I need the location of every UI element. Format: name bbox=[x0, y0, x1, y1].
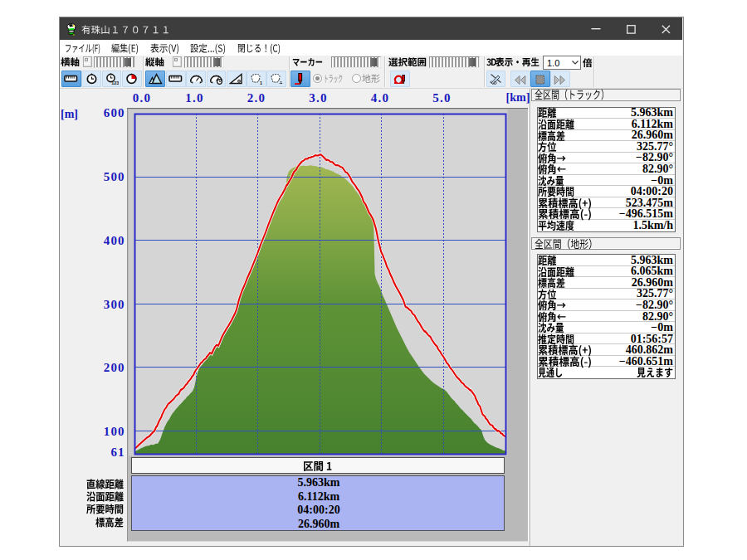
svg-text:1: 1 bbox=[260, 80, 262, 85]
svg-text:123: 123 bbox=[111, 80, 119, 85]
